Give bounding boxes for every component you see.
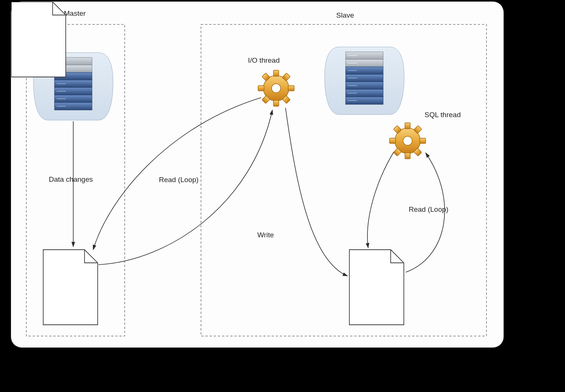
io-thread-gear-icon: [258, 70, 294, 106]
sql-thread-gear-icon: [390, 123, 426, 159]
binary-log-label: Binary log: [53, 280, 85, 288]
svg-point-14: [11, 2, 24, 15]
arrow-read-loop-1-return: [98, 110, 272, 265]
slave-box: [201, 24, 486, 336]
relay-log-label: Relay log: [361, 280, 390, 288]
svg-rect-23: [17, 9, 25, 17]
arrow-read-loop-2-down: [367, 152, 394, 248]
arrow-write: [286, 108, 347, 276]
write-label: Write: [257, 231, 274, 239]
slave-server-icon: [325, 47, 404, 115]
svg-rect-3: [11, 2, 30, 5]
svg-rect-4: [11, 5, 30, 12]
svg-rect-5: [11, 12, 30, 20]
sql-thread-label: SQL thread: [425, 111, 461, 119]
read-loop-2-label: Read (Loop): [409, 205, 449, 214]
svg-rect-6: [11, 20, 30, 27]
svg-point-15: [11, 2, 16, 6]
svg-rect-17: [11, 14, 14, 20]
master-server-icon: [33, 53, 113, 120]
diagram-svg: [11, 2, 503, 347]
data-changes-label: Data changes: [49, 175, 93, 184]
svg-rect-19: [23, 2, 29, 5]
slave-title: Slave: [336, 11, 354, 20]
diagram-card: Master Slave I/O thread SQL thread Data …: [11, 2, 503, 347]
server-icon-def: [11, 2, 51, 38]
arrow-read-loop-1: [93, 98, 261, 250]
io-thread-label: I/O thread: [248, 56, 280, 65]
master-title: Master: [64, 9, 86, 18]
read-loop-1-label: Read (Loop): [159, 176, 199, 184]
